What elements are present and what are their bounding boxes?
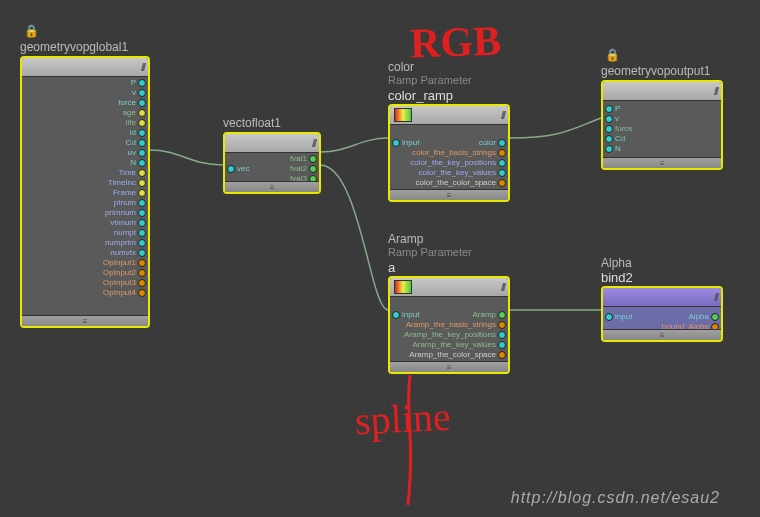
handwritten-spline: spline [354, 393, 452, 445]
watermark: http://blog.csdn.net/esau2 [511, 489, 720, 507]
lock-icon: 🔒 [605, 48, 620, 62]
node-label-aramp: Aramp [388, 232, 423, 246]
node-title-geooutput: geometryvopoutput1 [601, 64, 710, 78]
node-subtitle-aramp: Ramp Parameter [388, 246, 472, 258]
node-aramp[interactable]: //// input Aramp Aramp_the_basis_strings… [388, 276, 510, 374]
node-label-bind2: Alpha [601, 256, 632, 270]
node-geometryvopglobal1[interactable]: //// P v force age life id Cd uv N Time … [20, 56, 150, 328]
node-label-color: color [388, 60, 414, 74]
node-name-color: color_ramp [388, 88, 453, 103]
node-name-bind2: bind2 [601, 270, 633, 285]
node-bind2[interactable]: //// input Alpha bound_Alpha ≡ [601, 286, 723, 342]
ramp-icon [394, 280, 412, 294]
node-title-geoglobal: geometryvopglobal1 [20, 40, 128, 54]
node-name-aramp: a [388, 260, 395, 275]
node-body: P v force age life id Cd uv N Time TimeI… [22, 76, 148, 316]
lock-icon: 🔒 [24, 24, 39, 38]
handwritten-rgb: RGB [409, 16, 502, 67]
node-graph-canvas[interactable]: 🔒 geometryvopglobal1 //// P v force age … [0, 0, 760, 517]
node-title-vectofloat: vectofloat1 [223, 116, 281, 130]
ramp-icon [394, 108, 412, 122]
node-vectofloat1[interactable]: //// vec fval1 fval2 fval3 ≡ [223, 132, 321, 194]
node-subtitle-color: Ramp Parameter [388, 74, 472, 86]
node-color-ramp[interactable]: //// input color color_the_basis_strings… [388, 104, 510, 202]
node-geometryvopoutput1[interactable]: //// P v force Cd N ≡ [601, 80, 723, 170]
handwritten-stroke [380, 375, 440, 515]
